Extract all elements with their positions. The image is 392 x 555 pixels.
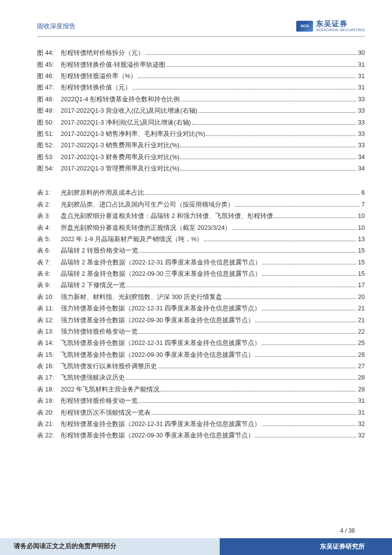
toc-entry: 图 46:彤程转债转股溢价率（%）31: [37, 72, 365, 81]
toc-entry-page: 31: [358, 83, 365, 92]
toc-entry-title: 彤程转债转股价格变动一览: [61, 396, 138, 406]
footer-bar: 请务必阅读正文之后的免责声明部分 东吴证券研究所: [0, 538, 392, 555]
toc-leader-dots: [232, 229, 356, 230]
tables-toc: 表 1:光刻胶原料的作用及成本占比6表 2:光刻胶品类、进口占比及国内可生产公司…: [37, 188, 365, 440]
toc-entry-page: 30: [358, 48, 365, 58]
toc-leader-dots: [206, 135, 356, 136]
toc-entry-label: 表 17:: [37, 373, 61, 383]
footer-disclaimer: 请务必阅读正文之后的免责声明部分: [0, 538, 220, 555]
toc-entry: 图 44:彤程转债绝对价格拆分（元）30: [37, 48, 365, 58]
toc-entry-label: 表 2:: [37, 200, 61, 210]
toc-leader-dots: [145, 54, 356, 55]
report-type: 固收深度报告: [37, 22, 76, 31]
toc-entry-label: 图 54:: [37, 164, 61, 173]
toc-leader-dots: [223, 299, 356, 299]
toc-entry: 表 16:飞凯转债发行以来转股价调整历史27: [37, 362, 365, 371]
toc-entry: 图 50:2017-2022Q1-3 净利润(亿元)及同比增速(右轴)33: [37, 118, 365, 128]
toc-entry-title: 飞凯转债发行以来转股价调整历史: [61, 362, 157, 371]
toc-entry: 表 4:所盘光刻胶细分赛道相关转债的正股情况（截至 2023/3/24）10: [37, 223, 365, 233]
toc-leader-dots: [192, 124, 356, 125]
toc-entry-page: 33: [358, 118, 365, 128]
toc-leader-dots: [262, 264, 356, 264]
toc-entry-page: 27: [358, 362, 365, 371]
toc-leader-dots: [198, 112, 356, 113]
toc-entry-label: 表 13:: [37, 327, 61, 337]
toc-entry-label: 表 12:: [37, 316, 61, 325]
toc-entry-label: 表 22:: [37, 431, 61, 440]
toc-leader-dots: [145, 194, 359, 195]
toc-entry-label: 表 20:: [37, 408, 61, 418]
toc-entry-label: 图 47:: [37, 83, 61, 92]
toc-entry-title: 强力转债基金持仓数据（2022-12-31 四季度末基金持仓信息披露节点）: [61, 304, 261, 313]
toc-entry: 表 10:强力新材、材料指、光刻胶指数、沪深 300 历史行情复盘20: [37, 293, 365, 302]
toc-entry-title: 强力转债转股价格变动一览: [61, 327, 138, 337]
toc-entry: 图 47:彤程转债转换价值（元）31: [37, 83, 365, 92]
toc-leader-dots: [132, 89, 356, 89]
toc-entry: 表 1:光刻胶原料的作用及成本占比6: [37, 188, 365, 198]
toc-entry-title: 盘点光刻胶细分赛道相关转债：晶瑞转 2 和强力转债、飞凯转债、彤程转债: [61, 212, 273, 221]
toc-entry-page: 10: [358, 223, 365, 233]
toc-entry: 图 54:2017-2022Q1-3 管理费用率及行业对比(%)34: [37, 164, 365, 173]
toc-entry: 图 52:2017-2022Q1-3 销售费用率及行业对比(%)33: [37, 141, 365, 150]
toc-leader-dots: [180, 159, 356, 159]
footer-org: 东吴证券研究所: [220, 538, 392, 555]
toc-entry: 表 20:彤程转债历次不强赎情况一览表31: [37, 408, 365, 418]
page-container: 固收深度报告 SCS 东吴证券 SOOCHOW SECURITIES 图 44:…: [0, 0, 392, 555]
toc-entry-title: 彤程转债转换价值-转股溢价率轨迹图: [61, 60, 165, 70]
toc-entry-title: 彤程转债转股溢价率（%）: [61, 72, 137, 81]
toc-entry-label: 图 49:: [37, 106, 61, 116]
toc-entry-title: 光刻胶原料的作用及成本占比: [61, 188, 144, 198]
page-footer: 4 / 36 请务必阅读正文之后的免责声明部分 东吴证券研究所: [0, 527, 392, 555]
toc-entry: 表 17:飞凯转债强赎决议历史28: [37, 373, 365, 383]
company-logo: SCS 东吴证券 SOOCHOW SECURITIES: [296, 20, 365, 32]
toc-entry-page: 31: [358, 408, 365, 418]
toc-entry: 表 11:强力转债基金持仓数据（2022-12-31 四季度末基金持仓信息披露节…: [37, 304, 365, 313]
toc-entry-page: 31: [358, 396, 365, 406]
toc-entry-label: 表 5:: [37, 235, 61, 244]
logo-cn: 东吴证券: [316, 20, 365, 28]
toc-entry-title: 飞凯转债基金持仓数据（2022-09-30 季度末基金持仓信息披露节点）: [61, 350, 254, 360]
toc-entry: 表 12:强力转债基金持仓数据（2022-09-30 季度末基金持仓信息披露节点…: [37, 316, 365, 325]
toc-entry-title: 2017-2022Q1-3 财务费用率及行业对比(%): [61, 153, 179, 162]
toc-entry-label: 表 21:: [37, 420, 61, 429]
toc-entry-title: 飞凯转债基金持仓数据（2022-12-31 四季度末基金持仓信息披露节点）: [61, 339, 261, 348]
toc-entry-label: 图 44:: [37, 48, 61, 58]
toc-entry-title: 强力转债基金持仓数据（2022-09-30 季度末基金持仓信息披露节点）: [61, 316, 254, 325]
toc-entry-label: 图 50:: [37, 118, 61, 128]
toc-entry: 表 9:晶瑞转 2 下修情况一览17: [37, 281, 365, 290]
toc-entry: 图 51:2017-2022Q1-3 销售净利率、毛利率及行业对比(%)33: [37, 129, 365, 139]
toc-entry-title: 晶瑞转 2 转股价格变动一览: [61, 246, 138, 256]
toc-entry-label: 图 53:: [37, 153, 61, 162]
toc-entry-page: 33: [358, 129, 365, 139]
toc-entry: 表 2:光刻胶品类、进口占比及国内可生产公司（按应用领域分类）7: [37, 200, 365, 210]
toc-leader-dots: [274, 217, 356, 218]
toc-entry-page: 17: [358, 281, 365, 290]
toc-entry-title: 2017-2022Q1-3 销售费用率及行业对比(%): [61, 141, 179, 150]
toc-entry-label: 表 6:: [37, 246, 61, 256]
toc-entry-title: 光刻胶品类、进口占比及国内可生产公司（按应用领域分类）: [61, 200, 234, 210]
page-number: 4 / 36: [0, 527, 392, 534]
toc-entry-page: 22: [358, 327, 365, 337]
toc-entry-page: 26: [358, 350, 365, 360]
toc-entry-label: 表 4:: [37, 223, 61, 233]
toc-entry: 表 14:飞凯转债基金持仓数据（2022-12-31 四季度末基金持仓信息披露节…: [37, 339, 365, 348]
toc-entry: 表 7:晶瑞转 2 基金持仓数据（2022-12-31 四季度末基金持仓信息披露…: [37, 258, 365, 267]
toc-entry-title: 飞凯转债强赎决议历史: [61, 373, 125, 383]
toc-entry-label: 表 8:: [37, 269, 61, 279]
toc-entry-title: 晶瑞转 2 下修情况一览: [61, 281, 125, 290]
toc-entry-label: 表 3:: [37, 212, 61, 221]
toc-entry-label: 表 9:: [37, 281, 61, 290]
toc-entry-title: 强力新材、材料指、光刻胶指数、沪深 300 历史行情复盘: [61, 293, 222, 302]
toc-leader-dots: [158, 368, 356, 368]
figures-toc: 图 44:彤程转债绝对价格拆分（元）30图 45:彤程转债转换价值-转股溢价率轨…: [37, 48, 365, 173]
toc-entry-title: 2022 年飞凯材料主营业务产能情况: [61, 385, 159, 394]
toc-entry-page: 25: [358, 339, 365, 348]
toc-leader-dots: [139, 333, 356, 334]
toc-leader-dots: [180, 170, 356, 171]
toc-entry-label: 表 11:: [37, 304, 61, 313]
toc-leader-dots: [262, 275, 356, 276]
toc-leader-dots: [138, 78, 356, 78]
toc-entry-label: 图 45:: [37, 60, 61, 70]
toc-entry-page: 6: [361, 188, 365, 198]
toc-entry-page: 21: [358, 316, 365, 325]
